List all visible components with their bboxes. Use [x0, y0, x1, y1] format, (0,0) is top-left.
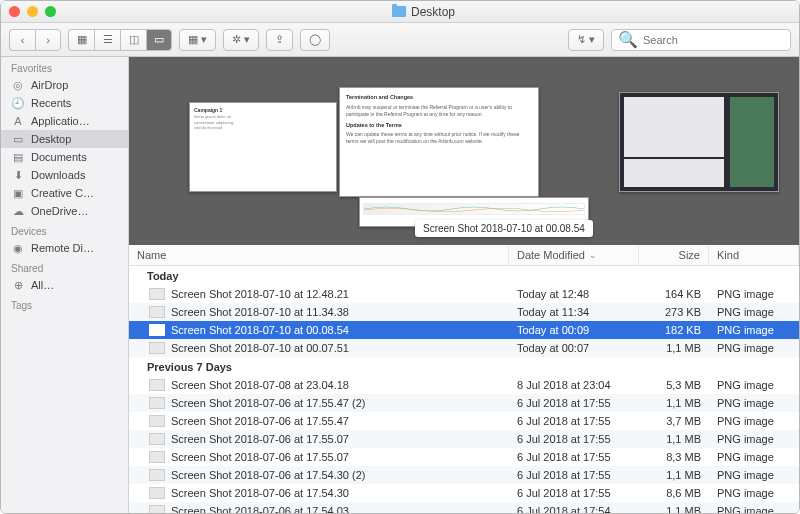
sidebar: Favorites◎AirDrop🕘RecentsAApplicatio…▭De…	[1, 57, 129, 513]
table-row[interactable]: Screen Shot 2018-07-06 at 17.54.036 Jul …	[129, 502, 799, 513]
col-date[interactable]: Date Modified⌄	[509, 245, 639, 265]
finder-window: Desktop ‹ › ▦ ☰ ◫ ▭ ▦ ▾ ✲ ▾ ⇪ ◯ ↯ ▾ 🔍 Fa…	[0, 0, 800, 514]
sidebar-item[interactable]: ⊕All…	[1, 276, 128, 294]
file-icon	[149, 505, 165, 513]
file-icon	[149, 342, 165, 354]
titlebar[interactable]: Desktop	[1, 1, 799, 23]
title-text: Desktop	[411, 5, 455, 19]
file-name: Screen Shot 2018-07-06 at 17.55.47 (2)	[171, 397, 365, 409]
window-title: Desktop	[56, 5, 791, 19]
sidebar-item[interactable]: ◎AirDrop	[1, 76, 128, 94]
sidebar-section-head: Devices	[1, 220, 128, 239]
file-name: Screen Shot 2018-07-10 at 00.07.51	[171, 342, 349, 354]
file-kind: PNG image	[709, 378, 799, 392]
table-row[interactable]: Screen Shot 2018-07-08 at 23.04.188 Jul …	[129, 376, 799, 394]
sidebar-item-label: All…	[31, 279, 54, 291]
content-area: Campaign 1 lorem ipsum dolor sitconsecte…	[129, 57, 799, 513]
file-kind: PNG image	[709, 396, 799, 410]
gallery-strip[interactable]: Campaign 1 lorem ipsum dolor sitconsecte…	[129, 57, 799, 245]
file-date: Today at 12:48	[509, 287, 639, 301]
close-icon[interactable]	[9, 6, 20, 17]
sidebar-item-icon: ⬇	[11, 169, 25, 181]
table-row[interactable]: Screen Shot 2018-07-10 at 00.07.51Today …	[129, 339, 799, 357]
table-row[interactable]: Screen Shot 2018-07-10 at 00.08.54Today …	[129, 321, 799, 339]
file-name: Screen Shot 2018-07-06 at 17.55.07	[171, 433, 349, 445]
col-size[interactable]: Size	[639, 245, 709, 265]
file-size: 1,1 MB	[639, 468, 709, 482]
zoom-icon[interactable]	[45, 6, 56, 17]
file-name: Screen Shot 2018-07-06 at 17.54.30 (2)	[171, 469, 365, 481]
file-size: 5,3 MB	[639, 378, 709, 392]
file-icon	[149, 288, 165, 300]
file-name: Screen Shot 2018-07-06 at 17.54.03	[171, 505, 349, 513]
table-row[interactable]: Screen Shot 2018-07-06 at 17.54.30 (2)6 …	[129, 466, 799, 484]
file-size: 182 KB	[639, 323, 709, 337]
sidebar-item-label: AirDrop	[31, 79, 68, 91]
sidebar-item[interactable]: ◉Remote Di…	[1, 239, 128, 257]
file-date: Today at 00:09	[509, 323, 639, 337]
sidebar-item-icon: ▤	[11, 151, 25, 163]
file-size: 273 KB	[639, 305, 709, 319]
tag-button[interactable]: ◯	[300, 29, 330, 51]
minimize-icon[interactable]	[27, 6, 38, 17]
sidebar-item[interactable]: ▤Documents	[1, 148, 128, 166]
file-date: 6 Jul 2018 at 17:54	[509, 504, 639, 513]
file-date: 8 Jul 2018 at 23:04	[509, 378, 639, 392]
search-field[interactable]: 🔍	[611, 29, 791, 51]
file-kind: PNG image	[709, 287, 799, 301]
sidebar-item-label: Documents	[31, 151, 87, 163]
sidebar-item-label: Remote Di…	[31, 242, 94, 254]
group-header[interactable]: Previous 7 Days	[129, 357, 799, 376]
sidebar-item[interactable]: AApplicatio…	[1, 112, 128, 130]
file-name: Screen Shot 2018-07-08 at 23.04.18	[171, 379, 349, 391]
sidebar-item[interactable]: ☁OneDrive…	[1, 202, 128, 220]
file-name: Screen Shot 2018-07-06 at 17.54.30	[171, 487, 349, 499]
file-size: 1,1 MB	[639, 504, 709, 513]
view-list-button[interactable]: ☰	[94, 29, 120, 51]
sidebar-item-label: OneDrive…	[31, 205, 88, 217]
group-header[interactable]: Today	[129, 266, 799, 285]
file-icon	[149, 306, 165, 318]
share-button[interactable]: ⇪	[266, 29, 293, 51]
table-row[interactable]: Screen Shot 2018-07-06 at 17.55.076 Jul …	[129, 448, 799, 466]
file-date: 6 Jul 2018 at 17:55	[509, 432, 639, 446]
view-icon-button[interactable]: ▦	[68, 29, 94, 51]
thumbnail[interactable]: Termination and Changes Airbnb may suspe…	[339, 87, 539, 197]
sidebar-item[interactable]: ⬇Downloads	[1, 166, 128, 184]
sidebar-item-icon: 🕘	[11, 97, 25, 109]
thumbnail[interactable]	[619, 92, 779, 192]
search-icon: 🔍	[618, 30, 638, 49]
col-name[interactable]: Name	[129, 245, 509, 265]
col-kind[interactable]: Kind	[709, 245, 799, 265]
sidebar-item[interactable]: ▣Creative C…	[1, 184, 128, 202]
search-input[interactable]	[643, 34, 784, 46]
file-icon	[149, 487, 165, 499]
action-button[interactable]: ✲ ▾	[223, 29, 259, 51]
view-gallery-button[interactable]: ▭	[146, 29, 172, 51]
file-kind: PNG image	[709, 450, 799, 464]
file-kind: PNG image	[709, 486, 799, 500]
sync-button[interactable]: ↯ ▾	[568, 29, 604, 51]
view-column-button[interactable]: ◫	[120, 29, 146, 51]
table-row[interactable]: Screen Shot 2018-07-10 at 11.34.38Today …	[129, 303, 799, 321]
file-date: 6 Jul 2018 at 17:55	[509, 468, 639, 482]
group-button[interactable]: ▦ ▾	[179, 29, 216, 51]
file-date: 6 Jul 2018 at 17:55	[509, 396, 639, 410]
table-row[interactable]: Screen Shot 2018-07-06 at 17.55.076 Jul …	[129, 430, 799, 448]
forward-button[interactable]: ›	[35, 29, 61, 51]
sidebar-item-icon: A	[11, 115, 25, 127]
table-row[interactable]: Screen Shot 2018-07-06 at 17.54.306 Jul …	[129, 484, 799, 502]
file-kind: PNG image	[709, 432, 799, 446]
table-row[interactable]: Screen Shot 2018-07-06 at 17.55.47 (2)6 …	[129, 394, 799, 412]
table-row[interactable]: Screen Shot 2018-07-06 at 17.55.476 Jul …	[129, 412, 799, 430]
thumbnail[interactable]: Campaign 1 lorem ipsum dolor sitconsecte…	[189, 102, 337, 192]
sidebar-item-label: Creative C…	[31, 187, 94, 199]
sidebar-item[interactable]: ▭Desktop	[1, 130, 128, 148]
sidebar-item-icon: ☁	[11, 205, 25, 217]
table-row[interactable]: Screen Shot 2018-07-10 at 12.48.21Today …	[129, 285, 799, 303]
file-size: 1,1 MB	[639, 432, 709, 446]
back-button[interactable]: ‹	[9, 29, 35, 51]
file-size: 8,3 MB	[639, 450, 709, 464]
sidebar-item[interactable]: 🕘Recents	[1, 94, 128, 112]
file-name: Screen Shot 2018-07-10 at 11.34.38	[171, 306, 349, 318]
